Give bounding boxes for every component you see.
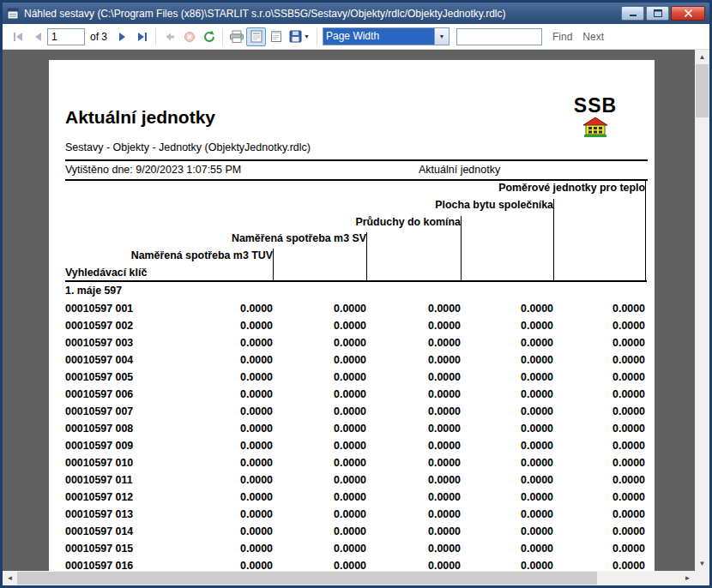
next-page-icon [116,30,130,44]
divider [65,159,648,161]
printer-icon [229,30,244,44]
close-button[interactable] [671,6,705,21]
row-value: 0.0000 [521,523,553,540]
scrollbar-corner [695,571,709,585]
report-icon [7,8,19,20]
group-header: 1. máje 597 [65,284,646,300]
row-value: 0.0000 [612,334,645,351]
zoom-select[interactable]: Page Width ▼ [323,27,450,45]
stop-button[interactable] [179,27,199,46]
column-header: Průduchy do komína [355,216,461,228]
back-parent-button[interactable] [160,27,179,46]
row-value: 0.0000 [240,386,273,403]
row-value: 0.0000 [240,523,273,540]
row-value: 0.0000 [521,386,553,403]
row-value: 0.0000 [612,300,645,317]
column-divider [553,199,554,281]
table-row: 00010597 0070.00000.00000.00000.00000.00… [65,403,646,420]
row-value: 0.0000 [612,317,645,334]
row-value: 0.0000 [612,523,645,540]
row-value: 0.0000 [428,420,461,437]
row-value: 0.0000 [240,317,273,334]
row-value: 0.0000 [240,351,273,369]
row-key: 00010597 004 [65,354,133,366]
horizontal-scrollbar[interactable]: ◄ ► [3,571,695,585]
export-button[interactable]: ▼ [286,27,313,46]
table-row: 00010597 0030.00000.00000.00000.00000.00… [65,334,646,351]
column-header: Poměrové jednotky pro teplo [498,182,645,194]
next-page-button[interactable] [112,27,132,46]
page-setup-button[interactable] [266,27,286,46]
vertical-scrollbar-thumb[interactable] [696,64,709,117]
print-button[interactable] [226,27,246,46]
row-value: 0.0000 [334,317,366,334]
table-row: 00010597 0150.00000.00000.00000.00000.00… [65,540,646,557]
column-header: Naměřená spotřeba m3 TUV [131,249,273,261]
row-key: 00010597 005 [65,371,133,383]
find-input[interactable] [456,28,542,45]
row-value: 0.0000 [334,386,366,403]
table-row: 00010597 0120.00000.00000.00000.00000.00… [65,489,646,506]
row-value: 0.0000 [334,369,366,386]
row-value: 0.0000 [612,420,645,437]
title-bar: Náhled sestavy (C:\Program Files (x86)\S… [3,3,709,24]
report-header-title: Aktuální jednotky [419,164,500,176]
row-value: 0.0000 [521,369,553,386]
row-value: 0.0000 [240,300,273,317]
row-value: 0.0000 [334,420,366,437]
report-title: Aktuální jednotky [65,107,215,128]
row-value: 0.0000 [521,403,553,420]
scroll-down-button[interactable]: ▼ [695,556,709,571]
first-page-button[interactable] [8,27,27,46]
maximize-button[interactable] [646,6,669,21]
logo-house-icon [582,117,609,139]
row-value: 0.0000 [428,317,461,334]
row-value: 0.0000 [612,386,645,403]
previous-page-button[interactable] [27,27,47,46]
scroll-left-button[interactable]: ◄ [3,571,17,585]
row-value: 0.0000 [334,540,366,557]
row-value: 0.0000 [240,489,273,506]
report-rows: 00010597 0010.00000.00000.00000.00000.00… [65,300,646,574]
print-layout-button[interactable] [246,27,266,46]
page-count-label: of 3 [90,31,107,43]
row-value: 0.0000 [428,540,461,557]
page-number-input[interactable] [47,28,85,45]
first-page-icon [11,30,25,44]
row-value: 0.0000 [521,351,553,369]
last-page-icon [136,30,149,44]
horizontal-scrollbar-thumb[interactable] [17,572,597,585]
toolbar: of 3 ▼ Page Wid [3,24,709,50]
table-row: 00010597 0040.00000.00000.00000.00000.00… [65,351,646,369]
minimize-button[interactable] [621,6,644,21]
preview-area: Aktuální jednotky SSB Sestavy - Objekty … [3,50,709,585]
row-key: 00010597 001 [65,303,133,315]
scroll-up-button[interactable]: ▲ [695,50,709,64]
table-row: 00010597 0090.00000.00000.00000.00000.00… [65,437,646,454]
row-value: 0.0000 [240,403,273,420]
row-value: 0.0000 [334,437,366,454]
close-icon [684,9,693,17]
row-key: 00010597 003 [65,337,133,349]
find-button[interactable]: Find [552,31,572,43]
row-value: 0.0000 [240,369,273,386]
refresh-button[interactable] [199,27,219,46]
table-row: 00010597 0050.00000.00000.00000.00000.00… [65,369,646,386]
divider [65,179,648,181]
row-key: 00010597 008 [65,423,133,435]
row-value: 0.0000 [240,540,273,557]
row-value: 0.0000 [428,437,461,454]
column-header: Plocha bytu společníka [435,199,553,211]
last-page-button[interactable] [132,27,152,46]
row-value: 0.0000 [334,351,366,369]
scroll-right-button[interactable]: ► [680,571,695,585]
next-button[interactable]: Next [582,31,604,43]
column-divider [645,181,646,281]
column-header: Vyhledávací klíč [65,267,147,279]
combo-arrow-icon[interactable]: ▼ [434,28,449,45]
row-value: 0.0000 [334,523,366,540]
vertical-scrollbar[interactable]: ▲ ▼ [695,50,709,571]
row-value: 0.0000 [240,454,273,471]
row-key: 00010597 010 [65,457,133,469]
row-value: 0.0000 [334,489,366,506]
